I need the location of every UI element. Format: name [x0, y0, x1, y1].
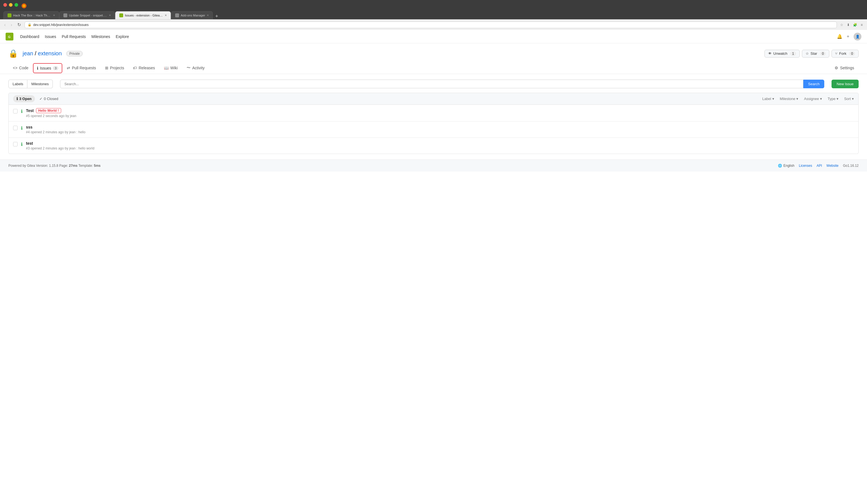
bookmark-icon[interactable]: ☆ — [839, 22, 844, 28]
issues-toolbar: Labels Milestones Search New Issue — [8, 79, 859, 88]
unwatch-button[interactable]: 👁 Unwatch 1 — [764, 50, 800, 57]
tab-close-addons[interactable]: × — [207, 13, 208, 17]
maximize-button[interactable] — [14, 3, 18, 7]
issue-open-icon-3: ℹ — [21, 142, 23, 147]
toolbar-left: Labels Milestones — [8, 79, 53, 88]
licenses-link[interactable]: Licenses — [799, 164, 812, 168]
issue-checkbox-3[interactable] — [13, 142, 18, 147]
browser-tab-issues[interactable]: Issues - extension - Gitea: Git w... × — [115, 11, 171, 19]
user-avatar[interactable]: 👤 — [854, 33, 861, 41]
svg-text:G: G — [8, 35, 11, 39]
open-filter-button[interactable]: ℹ 3 Open — [13, 95, 35, 102]
tab-issues[interactable]: ℹ Issues 3 — [33, 63, 63, 73]
tab-projects[interactable]: ⊞ Projects — [100, 63, 129, 74]
tab-close-snippet[interactable]: × — [109, 13, 111, 17]
repo-section: 🔒 jean / extension Private 👁 Unwatch 1 ☆ — [0, 43, 867, 58]
browser-titlebar: Hack The Box :: Hack The Box × Update Sn… — [0, 0, 867, 19]
issue-title-text-5: Test — [26, 108, 34, 113]
nav-issues[interactable]: Issues — [45, 33, 56, 40]
footer: Powered by Gitea Version: 1.15.8 Page: 2… — [0, 160, 867, 172]
open-count-label: 3 Open — [19, 97, 32, 101]
filter-right: Label ▾ Milestone ▾ Assignee ▾ Type — [762, 97, 854, 101]
tab-title-htb: Hack The Box :: Hack The Box — [13, 14, 51, 17]
issues-icon: ℹ — [37, 66, 38, 71]
website-link[interactable]: Website — [826, 164, 838, 168]
assignee-filter-dropdown[interactable]: Assignee ▾ — [804, 97, 822, 101]
new-tab-button[interactable]: + — [213, 13, 221, 19]
tab-favicon-addons — [175, 13, 179, 17]
menu-icon[interactable]: ≡ — [859, 22, 864, 28]
releases-icon: 🏷 — [133, 66, 137, 70]
back-button[interactable]: ‹ — [3, 22, 7, 28]
issue-label-5[interactable]: Hello World ! — [36, 108, 61, 113]
go-version: Go1.16.12 — [843, 164, 859, 168]
milestones-button[interactable]: Milestones — [28, 79, 53, 88]
close-button[interactable] — [3, 3, 7, 7]
star-button[interactable]: ☆ Star 0 — [802, 50, 829, 57]
nav-milestones[interactable]: Milestones — [91, 33, 110, 40]
footer-template-label: Template: — [78, 164, 94, 168]
open-icon: ℹ — [17, 97, 18, 101]
footer-powered-text: Powered by Gitea Version: 1.15.8 Page: — [8, 164, 69, 168]
tab-releases[interactable]: 🏷 Releases — [128, 63, 159, 74]
page-content: G Dashboard Issues Pull Requests Milesto… — [0, 30, 867, 504]
repo-header: 🔒 jean / extension Private 👁 Unwatch 1 ☆ — [8, 49, 859, 58]
footer-powered-by: Powered by Gitea Version: 1.15.8 Page: 2… — [8, 164, 100, 168]
unwatch-icon: 👁 — [768, 51, 772, 56]
extension-icon[interactable]: 🧩 — [853, 22, 857, 28]
settings-icon: ⚙ — [835, 66, 838, 70]
download-icon[interactable]: ⬇ — [846, 22, 851, 28]
tab-close-htb[interactable]: × — [53, 13, 55, 17]
issue-checkbox-4[interactable] — [13, 126, 18, 130]
tab-close-issues[interactable]: × — [165, 13, 167, 17]
minimize-button[interactable] — [9, 3, 13, 7]
issue-checkbox-5[interactable] — [13, 109, 18, 114]
closed-filter-button[interactable]: ✓ 0 Closed — [36, 95, 62, 102]
create-icon[interactable]: ＋ — [846, 33, 850, 40]
search-input[interactable] — [60, 79, 803, 88]
issue-title-3[interactable]: test — [26, 141, 854, 146]
forward-button[interactable]: › — [9, 22, 13, 28]
svg-point-1 — [23, 4, 25, 7]
new-issue-button[interactable]: New Issue — [832, 79, 859, 88]
browser-tab-snippet[interactable]: Update Snippet - snippet.htb × — [59, 11, 115, 19]
tab-wiki[interactable]: 📖 Wiki — [160, 63, 182, 74]
closed-icon: ✓ — [39, 97, 42, 101]
api-link[interactable]: API — [816, 164, 822, 168]
projects-icon: ⊞ — [105, 66, 108, 70]
search-button[interactable]: Search — [803, 79, 824, 88]
fork-button[interactable]: ⑂ Fork 0 — [832, 50, 859, 57]
tab-pull-requests[interactable]: ⇄ Pull Requests — [62, 63, 100, 74]
notifications-icon[interactable]: 🔔 — [837, 34, 843, 39]
url-text: dev.snippet.htb/jean/extension/issues — [33, 23, 89, 27]
top-nav: G Dashboard Issues Pull Requests Milesto… — [0, 30, 867, 43]
type-filter-dropdown[interactable]: Type ▾ — [828, 97, 838, 101]
browser-tab-addons[interactable]: Add-ons Manager × — [171, 11, 213, 19]
nav-dashboard[interactable]: Dashboard — [20, 33, 39, 40]
tab-activity[interactable]: 〜 Activity — [182, 63, 209, 74]
milestone-filter-dropdown[interactable]: Milestone ▾ — [780, 97, 799, 101]
repo-name-link[interactable]: extension — [38, 50, 62, 56]
search-area: Search — [60, 79, 824, 88]
sort-filter-dropdown[interactable]: Sort ▾ — [844, 97, 854, 101]
repo-lock-icon: 🔒 — [8, 49, 18, 58]
browser-tab-htb[interactable]: Hack The Box :: Hack The Box × — [3, 11, 59, 19]
labels-button[interactable]: Labels — [8, 79, 28, 88]
nav-pull-requests[interactable]: Pull Requests — [62, 33, 86, 40]
unwatch-count: 1 — [790, 51, 796, 56]
pr-icon: ⇄ — [67, 66, 70, 70]
issue-item-3: ℹ test #3 opened 2 minutes ago by jean :… — [9, 138, 858, 154]
tab-settings[interactable]: ⚙ Settings — [830, 63, 859, 74]
issue-title-5[interactable]: Test Hello World ! — [26, 108, 854, 113]
issue-open-icon-4: ℹ — [21, 126, 23, 131]
address-bar[interactable]: 🔒 dev.snippet.htb/jean/extension/issues — [24, 22, 837, 28]
nav-explore[interactable]: Explore — [116, 33, 129, 40]
issue-title-4[interactable]: sss — [26, 125, 854, 129]
tab-code[interactable]: <> Code — [8, 63, 33, 74]
label-filter-dropdown[interactable]: Label ▾ — [762, 97, 774, 101]
repo-title: jean / extension — [23, 50, 62, 57]
star-label: Star — [811, 51, 817, 56]
gitea-logo[interactable]: G — [6, 33, 13, 41]
repo-owner-link[interactable]: jean — [23, 50, 33, 56]
reload-button[interactable]: ↻ — [16, 21, 22, 28]
